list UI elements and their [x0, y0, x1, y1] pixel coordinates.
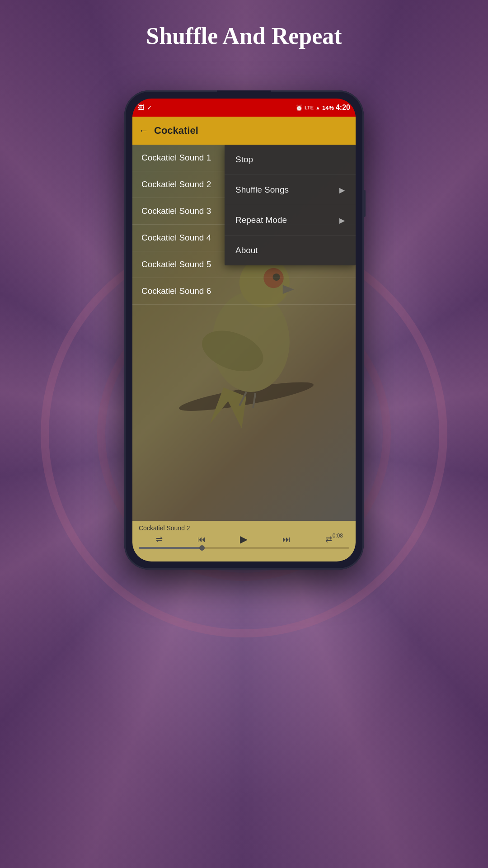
progress-thumb [199, 545, 205, 551]
dropdown-stop-label: Stop [235, 155, 253, 165]
player-track-name: Cockatiel Sound 2 [139, 524, 349, 532]
status-icon-image: 🖼 [138, 104, 144, 111]
song-item-label: Cockatiel Sound 6 [141, 286, 211, 296]
toolbar-title: Cockatiel [154, 125, 198, 137]
dropdown-arrow-icon: ▶ [339, 216, 345, 225]
app-content: Cockatiel Sound 1 Cockatiel Sound 2 Cock… [132, 145, 356, 521]
song-item-label: Cockatiel Sound 5 [141, 259, 211, 269]
repeat-button[interactable]: ⇄ [325, 534, 332, 544]
song-item-label: Cockatiel Sound 1 [141, 153, 211, 162]
status-alarm-icon: ⏰ [296, 104, 303, 111]
dropdown-shuffle-label: Shuffle Songs [235, 185, 289, 195]
back-button[interactable]: ← [139, 125, 149, 137]
phone-frame: 🖼 ✓ ⏰ LTE ▲ 14% 4:20 ← Cockatiel [124, 90, 364, 570]
player-bar: Cockatiel Sound 2 ⇌ ⏮ ▶ ⏭ ⇄ 0:08 [132, 521, 356, 561]
phone-notch [217, 90, 271, 99]
prev-button[interactable]: ⏮ [197, 535, 206, 544]
next-button[interactable]: ⏭ [282, 535, 291, 544]
status-signal-icon: ▲ [315, 105, 320, 110]
status-bar: 🖼 ✓ ⏰ LTE ▲ 14% 4:20 [132, 99, 356, 117]
list-item[interactable]: Cockatiel Sound 6 [132, 278, 356, 305]
dropdown-item-stop[interactable]: Stop [225, 145, 356, 175]
song-item-label: Cockatiel Sound 3 [141, 206, 211, 216]
status-right-icons: ⏰ LTE ▲ 14% 4:20 [296, 104, 350, 112]
phone-side-button [363, 190, 366, 217]
progress-fill [139, 547, 202, 549]
status-time: 4:20 [336, 104, 350, 112]
status-left-icons: 🖼 ✓ [138, 104, 152, 111]
dropdown-item-about[interactable]: About [225, 236, 356, 265]
play-button[interactable]: ▶ [240, 533, 248, 545]
player-time: 0:08 [333, 533, 343, 539]
dropdown-item-repeat[interactable]: Repeat Mode ▶ [225, 205, 356, 236]
dropdown-menu: Stop Shuffle Songs ▶ Repeat Mode ▶ About [225, 145, 356, 265]
dropdown-item-shuffle[interactable]: Shuffle Songs ▶ [225, 175, 356, 205]
phone-screen: 🖼 ✓ ⏰ LTE ▲ 14% 4:20 ← Cockatiel [132, 99, 356, 561]
shuffle-button[interactable]: ⇌ [156, 534, 163, 544]
dropdown-arrow-icon: ▶ [339, 186, 345, 194]
progress-bar[interactable] [139, 547, 349, 549]
app-toolbar: ← Cockatiel [132, 117, 356, 145]
player-controls: ⇌ ⏮ ▶ ⏭ ⇄ [139, 533, 349, 545]
status-battery-label: 14% [322, 104, 334, 111]
status-network-icon: LTE [305, 105, 314, 110]
phone-device: 🖼 ✓ ⏰ LTE ▲ 14% 4:20 ← Cockatiel [124, 90, 364, 570]
song-item-label: Cockatiel Sound 2 [141, 179, 211, 189]
page-title: Shuffle And Repeat [0, 23, 488, 49]
status-icon-check: ✓ [147, 104, 152, 111]
dropdown-about-label: About [235, 245, 258, 255]
dropdown-repeat-label: Repeat Mode [235, 215, 287, 225]
song-item-label: Cockatiel Sound 4 [141, 233, 211, 242]
